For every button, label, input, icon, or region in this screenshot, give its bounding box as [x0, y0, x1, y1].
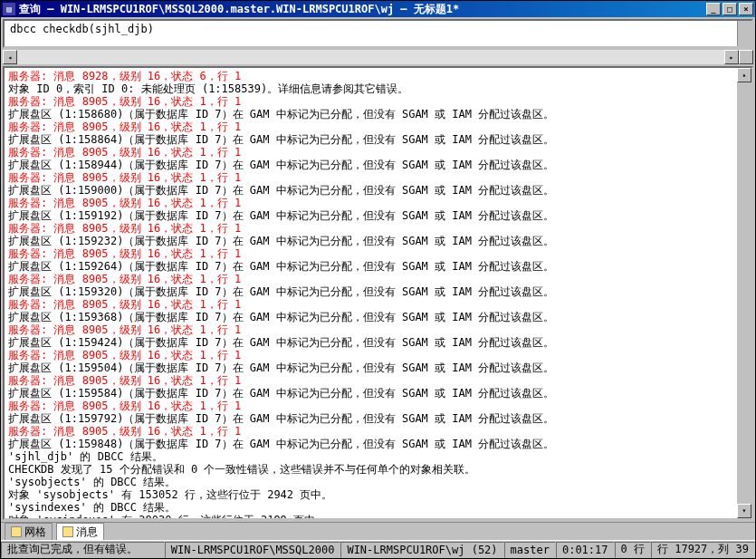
message-line: 扩展盘区 (1:159848)（属于数据库 ID 7）在 GAM 中标记为已分配…	[8, 438, 748, 450]
message-line: CHECKDB 发现了 15 个分配错误和 0 个一致性错误，这些错误并不与任何…	[8, 463, 748, 476]
results-pane[interactable]: 服务器: 消息 8928，级别 16，状态 6，行 1对象 ID 0，索引 ID…	[3, 66, 753, 520]
message-line: 服务器: 消息 8905，级别 16，状态 1，行 1	[8, 171, 748, 184]
message-line: 扩展盘区 (1:158680)（属于数据库 ID 7）在 GAM 中标记为已分配…	[8, 108, 748, 120]
message-line: 扩展盘区 (1:158864)（属于数据库 ID 7）在 GAM 中标记为已分配…	[8, 133, 748, 146]
sql-editor[interactable]: dbcc checkdb(sjhl_djb)	[3, 19, 753, 48]
message-line: 服务器: 消息 8928，级别 16，状态 6，行 1	[8, 70, 748, 82]
message-line: 扩展盘区 (1:159504)（属于数据库 ID 7）在 GAM 中标记为已分配…	[8, 361, 748, 374]
message-line: 对象 'sysindexes' 有 38030 行，这些行位于 2199 页中。	[8, 514, 748, 520]
message-line: 服务器: 消息 8905，级别 16，状态 1，行 1	[8, 197, 748, 209]
message-line: 扩展盘区 (1:159424)（属于数据库 ID 7）在 GAM 中标记为已分配…	[8, 336, 748, 349]
grid-icon	[11, 526, 22, 537]
status-bar: 批查询已完成，但有错误。 WIN-LRMSPCU1ROF\MSSQL2000 W…	[1, 540, 755, 558]
message-line: 服务器: 消息 8905，级别 16，状态 1，行 1	[8, 298, 748, 311]
scroll-left-icon[interactable]: ◂	[3, 50, 17, 64]
messages-icon	[62, 526, 73, 537]
editor-content: dbcc checkdb(sjhl_djb)	[10, 23, 154, 35]
status-rows: 0 行	[615, 542, 651, 558]
scroll-right-icon[interactable]: ▸	[724, 50, 739, 64]
tab-grid-label: 网格	[24, 525, 46, 540]
message-line: 服务器: 消息 8905，级别 16，状态 1，行 1	[8, 273, 748, 285]
message-line: 'sysobjects' 的 DBCC 结果。	[8, 476, 748, 488]
title-bar[interactable]: ▤ 查询 — WIN-LRMSPCU1ROF\MSSQL2000.master.…	[1, 1, 755, 17]
message-line: 服务器: 消息 8905，级别 16，状态 1，行 1	[8, 146, 748, 159]
status-message: 批查询已完成，但有错误。	[1, 542, 165, 558]
message-line: 服务器: 消息 8905，级别 16，状态 1，行 1	[8, 95, 748, 108]
message-line: 扩展盘区 (1:158944)（属于数据库 ID 7）在 GAM 中标记为已分配…	[8, 159, 748, 171]
message-line: 扩展盘区 (1:159192)（属于数据库 ID 7）在 GAM 中标记为已分配…	[8, 209, 748, 222]
query-window: ▤ 查询 — WIN-LRMSPCU1ROF\MSSQL2000.master.…	[0, 0, 756, 559]
status-time: 0:01:17	[556, 542, 615, 558]
message-line: 服务器: 消息 8905，级别 16，状态 1，行 1	[8, 349, 748, 361]
message-line: 'sysindexes' 的 DBCC 结果。	[8, 501, 748, 514]
message-line: 扩展盘区 (1:159264)（属于数据库 ID 7）在 GAM 中标记为已分配…	[8, 260, 748, 273]
status-database: master	[504, 542, 556, 558]
tab-messages-label: 消息	[76, 525, 98, 540]
status-server: WIN-LRMSPCU1ROF\MSSQL2000	[165, 542, 341, 558]
tab-messages[interactable]: 消息	[56, 523, 104, 541]
message-line: 服务器: 消息 8905，级别 16，状态 1，行 1	[8, 247, 748, 260]
status-position: 行 17927，列 39	[651, 542, 755, 558]
message-line: 扩展盘区 (1:159232)（属于数据库 ID 7）在 GAM 中标记为已分配…	[8, 235, 748, 247]
message-line: 'sjhl_djb' 的 DBCC 结果。	[8, 450, 748, 463]
editor-hscrollbar[interactable]: ◂ ▸	[3, 50, 753, 64]
message-line: 服务器: 消息 8905，级别 16，状态 1，行 1	[8, 425, 748, 438]
tab-grid[interactable]: 网格	[5, 523, 53, 541]
message-line: 对象 'sysobjects' 有 153052 行，这些行位于 2942 页中…	[8, 488, 748, 501]
window-title: 查询 — WIN-LRMSPCU1ROF\MSSQL2000.master.WI…	[19, 2, 459, 17]
message-line: 服务器: 消息 8905，级别 16，状态 1，行 1	[8, 222, 748, 235]
app-icon: ▤	[3, 3, 15, 15]
message-line: 对象 ID 0，索引 ID 0: 未能处理页 (1:158539)。详细信息请参…	[8, 82, 748, 95]
status-user: WIN-LRMSPCU1ROF\wj (52)	[340, 542, 503, 558]
scroll-corner	[739, 50, 753, 64]
editor-vscrollbar[interactable]	[737, 21, 751, 46]
maximize-button[interactable]: □	[723, 3, 737, 15]
scroll-up-icon[interactable]: ▴	[737, 68, 751, 82]
message-line: 服务器: 消息 8905，级别 16，状态 1，行 1	[8, 400, 748, 412]
message-line: 服务器: 消息 8905，级别 16，状态 1，行 1	[8, 374, 748, 387]
message-line: 扩展盘区 (1:159584)（属于数据库 ID 7）在 GAM 中标记为已分配…	[8, 387, 748, 400]
message-line: 扩展盘区 (1:159000)（属于数据库 ID 7）在 GAM 中标记为已分配…	[8, 184, 748, 197]
results-vscrollbar[interactable]: ▴ ▾	[737, 68, 751, 518]
close-button[interactable]: ×	[739, 3, 753, 15]
message-line: 服务器: 消息 8905，级别 16，状态 1，行 1	[8, 323, 748, 336]
message-line: 服务器: 消息 8905，级别 16，状态 1，行 1	[8, 120, 748, 133]
scroll-down-icon[interactable]: ▾	[737, 504, 751, 518]
result-tabs: 网格 消息	[1, 522, 755, 540]
message-line: 扩展盘区 (1:159320)（属于数据库 ID 7）在 GAM 中标记为已分配…	[8, 285, 748, 298]
message-line: 扩展盘区 (1:159792)（属于数据库 ID 7）在 GAM 中标记为已分配…	[8, 412, 748, 425]
scroll-track[interactable]	[17, 50, 724, 64]
minimize-button[interactable]: _	[706, 3, 721, 15]
message-line: 扩展盘区 (1:159368)（属于数据库 ID 7）在 GAM 中标记为已分配…	[8, 311, 748, 323]
